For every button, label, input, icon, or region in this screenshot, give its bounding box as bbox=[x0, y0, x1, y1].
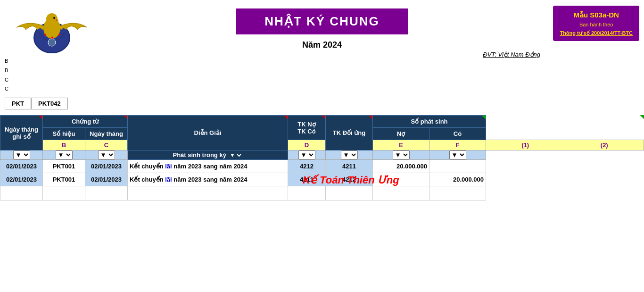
empty-cell bbox=[128, 186, 288, 200]
filter-1[interactable]: ▼ bbox=[373, 150, 429, 160]
table-row-empty bbox=[0, 186, 644, 200]
cell-tk-no-2: 4211 bbox=[288, 173, 326, 186]
cell-tk-doi-ung-2: 4212 bbox=[326, 173, 373, 186]
col-header-a: Ngày tháng ghi sổ bbox=[0, 116, 43, 150]
cell-ngay-1: 02/01/2023 bbox=[85, 160, 128, 173]
badge-sub2: Thông tư số 200/2014/TT-BTC bbox=[560, 29, 633, 38]
logo-icon: ★ ★ ★ bbox=[12, 4, 92, 56]
cell-no-1: 20.000.000 bbox=[373, 160, 429, 173]
filter-2[interactable]: ▼ bbox=[429, 150, 486, 160]
filter-a[interactable]: ▼ bbox=[0, 150, 43, 160]
table-row: 02/01/2023 PKT001 02/01/2023 Kết chuyển … bbox=[0, 160, 644, 173]
table-wrapper: Ngày tháng ghi sổ Chứng từ Diễn Giải TK … bbox=[0, 115, 644, 200]
cell-co-1 bbox=[429, 160, 486, 173]
table-index-row: B C D E F (1) (2) bbox=[0, 140, 644, 150]
col-header-d: Diễn Giải bbox=[128, 116, 288, 150]
badge-title: Mẫu S03a-DN bbox=[560, 9, 633, 21]
empty-cell bbox=[373, 186, 429, 200]
main-title: NHẬT KÝ CHUNG bbox=[236, 8, 407, 34]
year-label: Năm 2024 bbox=[302, 40, 342, 50]
table-row: 02/01/2023 PKT001 02/01/2023 Kết chuyển … bbox=[0, 173, 644, 186]
logo-area: ★ ★ ★ B B C C bbox=[5, 4, 99, 94]
col-header-e: TK Nợ TK Có bbox=[288, 116, 326, 140]
cell-ngay-2: 02/01/2023 bbox=[85, 173, 128, 186]
top-section: ★ ★ ★ B B C C NHẬT KÝ CHUNG Năm 2024 ĐVT… bbox=[0, 0, 644, 96]
left-label-c1: C bbox=[5, 75, 8, 85]
cell-tk-doi-ung-1: 4211 bbox=[326, 160, 373, 173]
svg-point-3 bbox=[53, 17, 55, 19]
title-area: NHẬT KÝ CHUNG Năm 2024 ĐVT: Việt Nam Đồn… bbox=[99, 4, 545, 58]
filter-e-select[interactable]: ▼ bbox=[298, 150, 315, 159]
left-label-c2: C bbox=[5, 84, 8, 94]
index-e: E bbox=[373, 140, 429, 150]
filter-b-select[interactable]: ▼ bbox=[56, 150, 73, 159]
filter-1-select[interactable]: ▼ bbox=[393, 150, 410, 159]
col-header-f: TK Đối ứng bbox=[326, 116, 373, 150]
left-label-b1: B bbox=[5, 57, 8, 66]
empty-cell bbox=[429, 186, 486, 200]
cell-desc-1: Kết chuyển lãi năm 2023 sang năm 2024 bbox=[128, 160, 288, 173]
filter-d-select[interactable]: ▼ bbox=[228, 152, 243, 159]
svg-text:★: ★ bbox=[43, 33, 47, 37]
empty-cell bbox=[85, 186, 128, 200]
svg-point-7 bbox=[48, 39, 56, 46]
index-1: (1) bbox=[486, 140, 565, 150]
col-header-chung-tu: Chứng từ bbox=[43, 116, 128, 128]
page-wrapper: ★ ★ ★ B B C C NHẬT KÝ CHUNG Năm 2024 ĐVT… bbox=[0, 0, 644, 292]
col-header-1: Nợ bbox=[373, 128, 429, 140]
filter-c-select[interactable]: ▼ bbox=[98, 150, 115, 159]
cell-date-2: 02/01/2023 bbox=[0, 173, 43, 186]
empty-cell bbox=[326, 186, 373, 200]
dvt-label: ĐVT: Việt Nam Đồng bbox=[99, 51, 545, 58]
cell-co-2: 20.000.000 bbox=[429, 173, 486, 186]
cell-so-hieu-2: PKT001 bbox=[43, 173, 85, 186]
filter-c[interactable]: ▼ bbox=[85, 150, 128, 160]
empty-cell bbox=[288, 186, 326, 200]
pkt-label: PKT bbox=[5, 98, 31, 109]
main-table: Ngày tháng ghi sổ Chứng từ Diễn Giải TK … bbox=[0, 115, 644, 200]
cell-so-hieu-1: PKT001 bbox=[43, 160, 85, 173]
index-2: (2) bbox=[565, 140, 644, 150]
col-header-2: Có bbox=[429, 128, 486, 140]
filter-2-select[interactable]: ▼ bbox=[449, 150, 466, 159]
cell-date-1: 02/01/2023 bbox=[0, 160, 43, 173]
pkt-value: PKT042 bbox=[31, 98, 68, 109]
filter-a-select[interactable]: ▼ bbox=[13, 150, 30, 159]
svg-point-2 bbox=[46, 13, 58, 25]
filter-f[interactable]: ▼ bbox=[326, 150, 373, 160]
badge-sub1: Ban hành theo bbox=[560, 21, 633, 29]
index-b: B bbox=[43, 140, 85, 150]
top-right-badge: Mẫu S03a-DN Ban hành theo Thông tư số 20… bbox=[545, 4, 639, 41]
svg-text:★: ★ bbox=[58, 33, 61, 37]
index-f: F bbox=[429, 140, 486, 150]
empty-cell bbox=[43, 186, 85, 200]
empty-cell bbox=[0, 186, 43, 200]
col-header-b: Số hiệu bbox=[43, 128, 85, 140]
mau-badge: Mẫu S03a-DN Ban hành theo Thông tư số 20… bbox=[553, 6, 639, 41]
index-c: C bbox=[85, 140, 128, 150]
left-label-b2: B bbox=[5, 66, 8, 75]
cell-no-2 bbox=[373, 173, 429, 186]
table-header-row1: Ngày tháng ghi sổ Chứng từ Diễn Giải TK … bbox=[0, 116, 644, 128]
filter-row: ▼ ▼ ▼ Phát sinh trong kỳ ▼ ▼ bbox=[0, 150, 644, 160]
index-d: D bbox=[288, 140, 326, 150]
phat-sinh-label: Phát sinh trong kỳ ▼ bbox=[128, 150, 288, 160]
col-header-c: Ngày tháng bbox=[85, 128, 128, 140]
filter-b[interactable]: ▼ bbox=[43, 150, 85, 160]
cell-desc-2: Kết chuyển lãi năm 2023 sang năm 2024 bbox=[128, 173, 288, 186]
filter-e[interactable]: ▼ bbox=[288, 150, 326, 160]
cell-tk-no-1: 4212 bbox=[288, 160, 326, 173]
col-header-so-phat-sinh: Số phát sinh bbox=[373, 116, 486, 128]
filter-f-select[interactable]: ▼ bbox=[341, 150, 358, 159]
pkt-row: PKT PKT042 bbox=[0, 96, 644, 111]
